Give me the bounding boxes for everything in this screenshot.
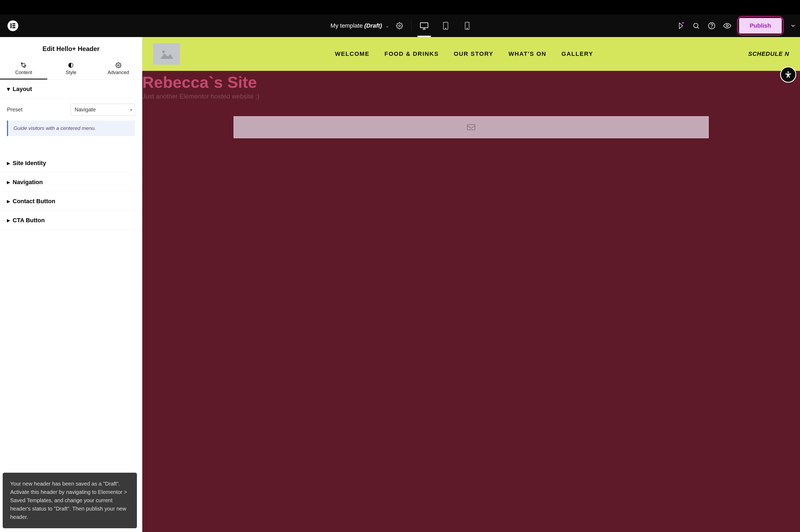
section-navigation-header[interactable]: ▸ Navigation — [0, 173, 142, 192]
svg-point-13 — [726, 25, 728, 27]
svg-rect-0 — [11, 23, 12, 28]
editor-topbar: My template (Draft) ⌄ — [0, 15, 800, 37]
svg-point-16 — [162, 51, 165, 53]
divider — [411, 20, 412, 31]
draft-status-label: (Draft) — [364, 22, 382, 29]
preview-canvas: WELCOME FOOD & DRINKS OUR STORY WHAT'S O… — [142, 37, 800, 532]
svg-rect-18 — [468, 125, 475, 130]
section-cta-button-header[interactable]: ▸ CTA Button — [0, 211, 142, 230]
settings-gear-icon[interactable] — [394, 20, 405, 32]
tab-style-label: Style — [65, 70, 76, 75]
chevron-down-icon: ⌄ — [385, 23, 389, 29]
preview-nav: WELCOME FOOD & DRINKS OUR STORY WHAT'S O… — [191, 51, 738, 57]
section-navigation-label: Navigation — [13, 179, 43, 186]
svg-point-10 — [693, 23, 698, 27]
caret-down-icon: ▾ — [7, 86, 10, 93]
svg-point-4 — [399, 25, 401, 27]
section-layout-body: Preset Navigate Guide visitors with a ce… — [0, 99, 142, 143]
device-tablet-button[interactable] — [439, 16, 452, 35]
nav-link[interactable]: FOOD & DRINKS — [384, 51, 439, 57]
browser-blackbar — [0, 0, 800, 15]
svg-point-9 — [467, 28, 468, 29]
nav-link[interactable]: WHAT'S ON — [509, 51, 546, 57]
caret-right-icon: ▸ — [7, 198, 10, 205]
responsive-devices — [417, 16, 474, 35]
document-title[interactable]: My template (Draft) ⌄ — [326, 22, 394, 29]
device-mobile-button[interactable] — [460, 16, 474, 35]
nav-link[interactable]: GALLERY — [561, 51, 593, 57]
hero-title: Rebecca`s Site — [142, 71, 800, 92]
preview-eye-icon[interactable] — [721, 20, 733, 32]
preset-select[interactable]: Navigate — [71, 103, 135, 116]
preview-header[interactable]: WELCOME FOOD & DRINKS OUR STORY WHAT'S O… — [142, 37, 800, 71]
logo-placeholder[interactable] — [153, 43, 180, 65]
template-name-label: My template — [330, 22, 363, 29]
sidebar-title: Edit Hello+ Header — [0, 37, 142, 60]
svg-point-15 — [118, 64, 119, 66]
tab-advanced[interactable]: Advanced — [95, 60, 142, 79]
topbar-center: My template (Draft) ⌄ — [326, 16, 474, 35]
publish-highlight: Publish — [737, 16, 784, 36]
save-toast: Your new header has been saved as a "Dra… — [3, 473, 137, 528]
search-icon[interactable] — [690, 20, 702, 32]
device-desktop-button[interactable] — [417, 16, 431, 35]
topbar-right: Publish — [674, 16, 800, 36]
accessibility-icon[interactable] — [780, 66, 796, 83]
help-icon[interactable] — [706, 20, 718, 32]
hero-subtitle: Just another Elementor hosted website ;) — [142, 92, 800, 106]
tab-content-label: Content — [15, 70, 32, 75]
svg-rect-3 — [12, 27, 15, 28]
caret-right-icon: ▸ — [7, 179, 10, 186]
section-cta-button-label: CTA Button — [13, 217, 45, 224]
section-layout-header[interactable]: ▾ Layout — [0, 80, 142, 99]
publish-options-caret[interactable] — [788, 23, 798, 29]
publish-button[interactable]: Publish — [739, 18, 782, 34]
svg-rect-5 — [420, 23, 428, 27]
section-site-identity-header[interactable]: ▸ Site Identity — [0, 154, 142, 173]
svg-point-7 — [445, 28, 446, 28]
editor-sidebar: Edit Hello+ Header Content Style Advance… — [0, 37, 142, 532]
main-area: Edit Hello+ Header Content Style Advance… — [0, 37, 800, 532]
section-site-identity-label: Site Identity — [13, 160, 46, 167]
tab-advanced-label: Advanced — [108, 70, 129, 75]
tab-style[interactable]: Style — [47, 60, 95, 79]
nav-link[interactable]: WELCOME — [335, 51, 369, 57]
elementor-logo[interactable] — [7, 20, 18, 31]
section-contact-button-label: Contact Button — [13, 198, 55, 205]
svg-point-17 — [787, 71, 789, 73]
nav-link[interactable]: OUR STORY — [454, 51, 493, 57]
empty-widget-slot[interactable] — [233, 116, 709, 138]
preset-label: Preset — [7, 107, 22, 113]
svg-rect-1 — [12, 23, 15, 24]
caret-right-icon: ▸ — [7, 217, 10, 224]
section-contact-button-header[interactable]: ▸ Contact Button — [0, 192, 142, 211]
layout-info: Guide visitors with a centered menu. — [7, 120, 135, 136]
preset-field: Preset Navigate — [7, 103, 135, 116]
tab-content[interactable]: Content — [0, 60, 47, 79]
preset-value: Navigate — [75, 107, 96, 112]
notifications-icon[interactable] — [674, 20, 686, 32]
caret-right-icon: ▸ — [7, 160, 10, 167]
svg-rect-2 — [12, 25, 15, 26]
preview-cta[interactable]: SCHEDULE N — [748, 51, 789, 57]
sidebar-tabs: Content Style Advanced — [0, 60, 142, 80]
notification-dot — [682, 21, 684, 24]
section-layout-label: Layout — [13, 86, 32, 93]
